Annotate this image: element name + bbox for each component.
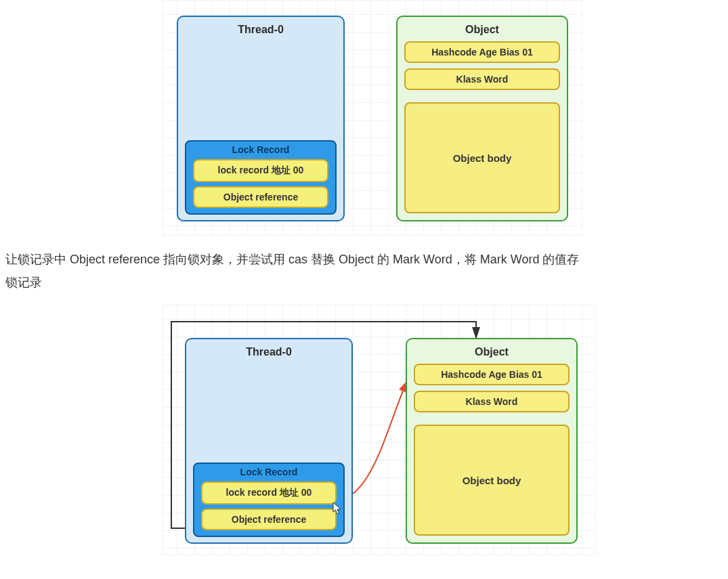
object-title: Object [398, 24, 567, 36]
lock-record-address: lock record 地址 00 [201, 481, 337, 505]
lock-record-address: lock record 地址 00 [193, 159, 328, 182]
object-body-field: Object body [414, 425, 570, 536]
mark-word-field: Hashcode Age Bias 01 [404, 41, 560, 63]
object-body-field: Object body [404, 102, 560, 213]
thread-box: Thread-0 Lock Record lock record 地址 00 O… [185, 338, 353, 544]
lock-record-title: Lock Record [186, 142, 335, 159]
object-box: Object Hashcode Age Bias 01 Klass Word O… [406, 338, 578, 544]
paragraph-line1: 让锁记录中 Object reference 指向锁对象，并尝试用 cas 替换… [5, 253, 579, 266]
thread-title: Thread-0 [178, 24, 343, 36]
object-reference: Object reference [193, 186, 328, 208]
thread-title: Thread-0 [186, 346, 351, 358]
object-title: Object [407, 346, 576, 358]
mark-word-field: Hashcode Age Bias 01 [414, 364, 570, 385]
diagram-top: Thread-0 Lock Record lock record 地址 00 O… [163, 0, 582, 236]
object-reference: Object reference [201, 509, 337, 530]
klass-word-field: Klass Word [414, 391, 570, 412]
lock-record-title: Lock Record [194, 464, 343, 481]
object-box: Object Hashcode Age Bias 01 Klass Word O… [396, 16, 568, 221]
diagram-bottom: Thread-0 Lock Record lock record 地址 00 O… [163, 305, 596, 555]
klass-word-field: Klass Word [404, 68, 560, 90]
description-paragraph: 让锁记录中 Object reference 指向锁对象，并尝试用 cas 替换… [0, 236, 725, 298]
lock-record-box: Lock Record lock record 地址 00 Object ref… [193, 463, 345, 537]
thread-box: Thread-0 Lock Record lock record 地址 00 O… [177, 16, 345, 221]
lock-record-box: Lock Record lock record 地址 00 Object ref… [185, 140, 337, 215]
paragraph-line2: 锁记录 [5, 276, 42, 289]
